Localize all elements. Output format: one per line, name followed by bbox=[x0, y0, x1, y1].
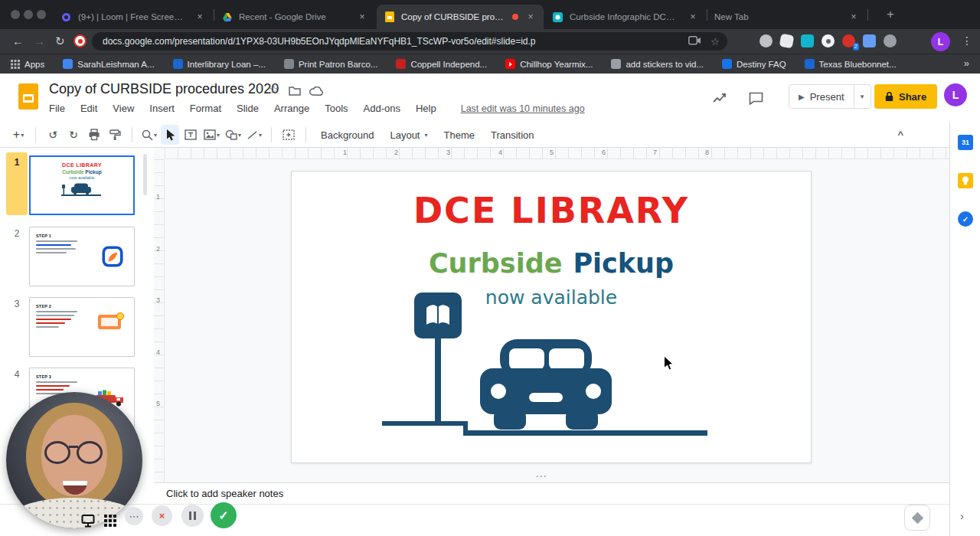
text-box-button[interactable] bbox=[181, 125, 200, 145]
loom-more-button[interactable]: ⋯ bbox=[125, 507, 143, 525]
extension-icon[interactable] bbox=[863, 34, 876, 47]
collapse-toolbar-icon[interactable]: ^ bbox=[897, 129, 903, 140]
loom-canvas-icon[interactable] bbox=[81, 514, 95, 531]
insert-image-button[interactable]: ▾ bbox=[202, 125, 221, 145]
slide-subtitle-text[interactable]: CurbsidePickup bbox=[292, 248, 811, 279]
hide-panel-chevron-icon[interactable]: › bbox=[960, 509, 964, 522]
loom-apps-icon[interactable] bbox=[104, 515, 116, 530]
present-dropdown-button[interactable]: ▾ bbox=[854, 85, 871, 108]
tab-close-icon[interactable]: × bbox=[194, 11, 206, 23]
paint-format-button[interactable] bbox=[106, 125, 124, 145]
bookmark-star-icon[interactable]: ☆ bbox=[710, 36, 720, 47]
bookmark-item[interactable]: Destiny FAQ bbox=[722, 59, 786, 69]
slide-canvas[interactable]: DCE LIBRARY CurbsidePickup now available bbox=[291, 171, 812, 463]
back-icon[interactable]: ← bbox=[12, 34, 24, 47]
comments-icon[interactable] bbox=[749, 92, 763, 108]
star-document-icon[interactable]: ☆ bbox=[269, 83, 279, 96]
move-folder-icon[interactable] bbox=[289, 85, 301, 99]
new-slide-button[interactable]: +▾ bbox=[9, 125, 28, 145]
menu-file[interactable]: File bbox=[47, 102, 67, 115]
extension-icon[interactable]: 2 bbox=[842, 34, 855, 47]
record-extension-icon[interactable] bbox=[74, 34, 87, 47]
menu-addons[interactable]: Add-ons bbox=[362, 102, 402, 115]
print-button[interactable] bbox=[85, 125, 103, 145]
insert-shape-button[interactable]: ▾ bbox=[224, 125, 243, 145]
insert-placeholder-button[interactable] bbox=[279, 125, 298, 145]
document-title[interactable]: Copy of CURBSIDE procedures 2020 bbox=[49, 81, 279, 97]
tab-close-icon[interactable]: × bbox=[356, 11, 368, 23]
horizontal-ruler[interactable]: 1 2 3 4 5 6 7 8 bbox=[165, 148, 949, 159]
explore-button[interactable] bbox=[904, 505, 930, 531]
select-tool-button[interactable] bbox=[161, 125, 179, 145]
new-tab-button[interactable]: + bbox=[882, 6, 899, 23]
tab-google-drive[interactable]: Recent - Google Drive × bbox=[214, 5, 375, 29]
transition-button[interactable]: Transition bbox=[484, 125, 541, 145]
activity-sparkline-icon[interactable] bbox=[712, 92, 729, 107]
browser-profile-avatar[interactable]: L bbox=[931, 32, 950, 51]
speaker-notes[interactable]: Click to add speaker notes bbox=[154, 482, 949, 504]
tab-close-icon[interactable]: × bbox=[687, 11, 699, 23]
tab-close-icon[interactable]: × bbox=[524, 11, 537, 23]
last-edit-link[interactable]: Last edit was 10 minutes ago bbox=[461, 103, 585, 114]
present-button[interactable]: ▶ Present bbox=[789, 85, 854, 108]
menu-slide[interactable]: Slide bbox=[235, 102, 260, 115]
slide-thumbnail-2[interactable]: STEP 1 bbox=[29, 227, 135, 286]
theme-button[interactable]: Theme bbox=[437, 125, 482, 145]
menu-edit[interactable]: Edit bbox=[79, 102, 99, 115]
calendar-icon[interactable]: 31 bbox=[958, 135, 973, 150]
extension-icon[interactable] bbox=[760, 34, 773, 47]
slide-thumbnail-1[interactable]: DCE LIBRARY Curbside Pickup now availabl… bbox=[29, 155, 135, 215]
insert-line-button[interactable]: ▾ bbox=[245, 125, 263, 145]
extension-icon[interactable] bbox=[822, 34, 835, 47]
notes-resize-handle[interactable]: ⋯ bbox=[535, 469, 548, 483]
tab-loom[interactable]: (9+) | Loom | Free Screen & Vi × bbox=[54, 5, 213, 29]
window-close-button[interactable] bbox=[11, 10, 20, 19]
browser-menu-icon[interactable]: ⋮ bbox=[962, 34, 972, 47]
extension-icon[interactable] bbox=[779, 34, 795, 49]
menu-help[interactable]: Help bbox=[414, 102, 438, 115]
bookmark-item[interactable]: add stickers to vid... bbox=[611, 59, 704, 69]
extension-icon[interactable] bbox=[801, 34, 814, 47]
share-button[interactable]: Share bbox=[874, 84, 937, 109]
redo-button[interactable]: ↻ bbox=[64, 125, 83, 145]
filmstrip-scrollbar[interactable] bbox=[143, 154, 147, 195]
loom-finish-button[interactable]: ✓ bbox=[211, 502, 237, 528]
bookmark-item[interactable]: Chillhop Yearmix... bbox=[505, 59, 593, 69]
tab-new-tab[interactable]: New Tab × bbox=[707, 5, 867, 29]
bookmark-item[interactable]: Texas Bluebonnet... bbox=[805, 59, 897, 69]
tab-curbside-infographic[interactable]: Curbside Infographic DCE 202 × bbox=[545, 5, 706, 29]
webcam-video-bubble[interactable] bbox=[6, 392, 142, 528]
undo-button[interactable]: ↺ bbox=[44, 125, 62, 145]
background-button[interactable]: Background bbox=[314, 125, 381, 145]
tab-curbside-procedures[interactable]: Copy of CURBSIDE proced... × bbox=[377, 5, 544, 29]
reload-icon[interactable]: ↻ bbox=[55, 34, 65, 48]
bookmarks-overflow-icon[interactable]: » bbox=[964, 57, 969, 69]
bookmark-item[interactable]: Print Patron Barco... bbox=[284, 59, 378, 69]
forward-icon[interactable]: → bbox=[34, 34, 45, 47]
zoom-button[interactable]: ▾ bbox=[140, 125, 158, 145]
slides-app-logo[interactable] bbox=[18, 83, 38, 113]
menu-tools[interactable]: Tools bbox=[323, 102, 349, 115]
cloud-status-icon[interactable] bbox=[309, 86, 323, 100]
loom-pause-button[interactable] bbox=[181, 505, 204, 527]
bookmark-item[interactable]: SarahLeishman A... bbox=[63, 59, 154, 69]
menu-view[interactable]: View bbox=[111, 102, 136, 115]
slide-title-text[interactable]: DCE LIBRARY bbox=[292, 190, 811, 231]
slide-thumbnail-3[interactable]: STEP 2 bbox=[29, 297, 135, 357]
window-zoom-button[interactable] bbox=[37, 10, 46, 19]
bookmark-item[interactable]: Coppell Independ... bbox=[396, 59, 487, 69]
layout-button[interactable]: Layout▾ bbox=[383, 125, 434, 145]
menu-format[interactable]: Format bbox=[188, 102, 223, 115]
tab-close-icon[interactable]: × bbox=[848, 11, 860, 23]
url-bar[interactable]: docs.google.com/presentation/d/1YPX8-03U… bbox=[92, 32, 727, 51]
window-minimize-button[interactable] bbox=[24, 10, 33, 19]
keep-icon[interactable] bbox=[958, 173, 973, 188]
tab-capture-icon[interactable] bbox=[688, 36, 701, 47]
bookmark-item[interactable]: Interlibrary Loan –... bbox=[173, 59, 266, 69]
loom-cancel-button[interactable]: × bbox=[152, 505, 172, 526]
menu-insert[interactable]: Insert bbox=[148, 102, 176, 115]
bookmark-apps[interactable]: Apps bbox=[11, 60, 44, 69]
extension-icon[interactable] bbox=[884, 34, 897, 47]
tasks-icon[interactable]: ✓ bbox=[958, 211, 973, 227]
account-avatar[interactable]: L bbox=[944, 83, 967, 106]
